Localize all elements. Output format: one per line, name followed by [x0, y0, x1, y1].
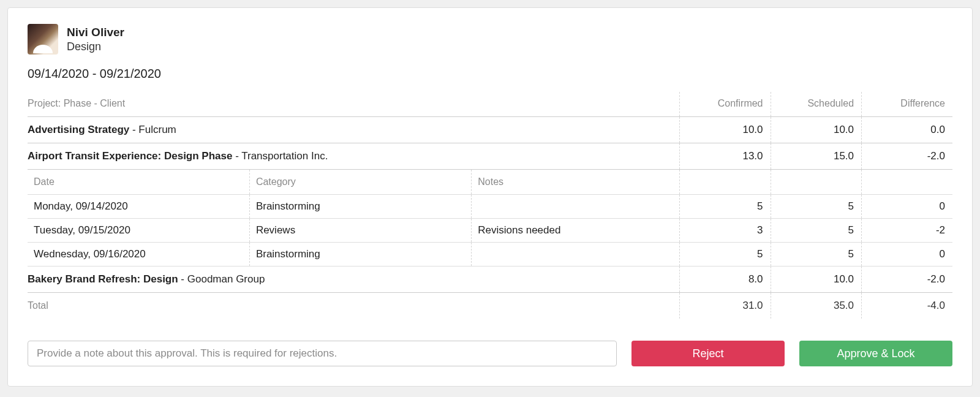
- project-client: - Transportation Inc.: [232, 150, 328, 162]
- entry-scheduled: 5: [771, 219, 862, 243]
- entry-difference: -2: [862, 219, 952, 243]
- project-difference: -2.0: [862, 143, 952, 170]
- entry-notes: [472, 243, 680, 267]
- timesheet-table: Project: Phase - Client Confirmed Schedu…: [28, 92, 952, 319]
- entry-notes: Revisions needed: [472, 219, 680, 243]
- user-block: Nivi Oliver Design: [28, 24, 952, 55]
- col-scheduled: Scheduled: [771, 92, 862, 117]
- col-project: Project: Phase - Client: [28, 92, 680, 117]
- total-confirmed: 31.0: [680, 293, 771, 319]
- project-name: Bakery Brand Refresh: Design: [28, 273, 178, 285]
- entry-category: Brainstorming: [249, 195, 471, 219]
- col-notes: Notes: [472, 170, 680, 195]
- project-difference: 0.0: [862, 117, 952, 143]
- timesheet-approval-card: Nivi Oliver Design 09/14/2020 - 09/21/20…: [7, 7, 973, 387]
- col-date: Date: [28, 170, 249, 195]
- col-difference: Difference: [862, 92, 952, 117]
- user-name: Nivi Oliver: [67, 25, 124, 40]
- entry-row[interactable]: Monday, 09/14/2020 Brainstorming 5 5 0: [28, 195, 952, 219]
- entry-date: Monday, 09/14/2020: [28, 195, 249, 219]
- entries-header-row: Date Category Notes: [28, 170, 952, 195]
- project-scheduled: 10.0: [771, 267, 862, 293]
- project-difference: -2.0: [862, 267, 952, 293]
- project-row[interactable]: Advertising Strategy - Fulcrum 10.0 10.0…: [28, 117, 952, 143]
- project-scheduled: 15.0: [771, 143, 862, 170]
- project-confirmed: 10.0: [680, 117, 771, 143]
- entry-confirmed: 3: [680, 219, 771, 243]
- project-row[interactable]: Airport Transit Experience: Design Phase…: [28, 143, 952, 170]
- entry-confirmed: 5: [680, 243, 771, 267]
- entry-confirmed: 5: [680, 195, 771, 219]
- avatar: [28, 24, 58, 55]
- user-text: Nivi Oliver Design: [67, 25, 124, 53]
- project-scheduled: 10.0: [771, 117, 862, 143]
- entry-row[interactable]: Wednesday, 09/16/2020 Brainstorming 5 5 …: [28, 243, 952, 267]
- project-client: - Goodman Group: [178, 273, 265, 285]
- entry-notes: [472, 195, 680, 219]
- table-header-row: Project: Phase - Client Confirmed Schedu…: [28, 92, 952, 117]
- entry-date: Tuesday, 09/15/2020: [28, 219, 249, 243]
- entry-category: Brainstorming: [249, 243, 471, 267]
- user-role: Design: [67, 40, 124, 54]
- total-scheduled: 35.0: [771, 293, 862, 319]
- entry-date: Wednesday, 09/16/2020: [28, 243, 249, 267]
- project-name: Airport Transit Experience: Design Phase: [28, 150, 232, 162]
- project-confirmed: 8.0: [680, 267, 771, 293]
- date-range: 09/14/2020 - 09/21/2020: [28, 67, 952, 81]
- project-confirmed: 13.0: [680, 143, 771, 170]
- total-difference: -4.0: [862, 293, 952, 319]
- entry-difference: 0: [862, 243, 952, 267]
- total-row: Total 31.0 35.0 -4.0: [28, 293, 952, 319]
- project-row[interactable]: Bakery Brand Refresh: Design - Goodman G…: [28, 267, 952, 293]
- approve-lock-button[interactable]: Approve & Lock: [799, 341, 952, 366]
- col-category: Category: [249, 170, 471, 195]
- col-confirmed: Confirmed: [680, 92, 771, 117]
- entry-scheduled: 5: [771, 195, 862, 219]
- reject-button[interactable]: Reject: [631, 341, 785, 366]
- project-name: Advertising Strategy: [28, 124, 129, 135]
- entry-row[interactable]: Tuesday, 09/15/2020 Reviews Revisions ne…: [28, 219, 952, 243]
- project-client: - Fulcrum: [129, 124, 176, 135]
- approval-note-input[interactable]: [28, 341, 617, 366]
- entry-scheduled: 5: [771, 243, 862, 267]
- actions-row: Reject Approve & Lock: [28, 341, 952, 366]
- entry-category: Reviews: [249, 219, 471, 243]
- entry-difference: 0: [862, 195, 952, 219]
- total-label: Total: [28, 293, 680, 319]
